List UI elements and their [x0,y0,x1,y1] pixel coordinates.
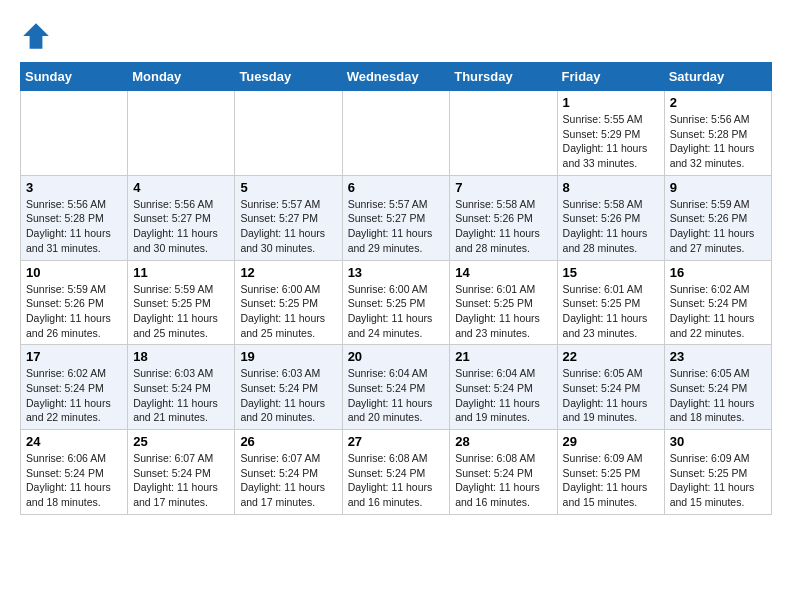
day-info: Sunrise: 5:56 AM Sunset: 5:28 PM Dayligh… [670,112,766,171]
calendar-cell: 21Sunrise: 6:04 AM Sunset: 5:24 PM Dayli… [450,345,557,430]
calendar-header: SundayMondayTuesdayWednesdayThursdayFrid… [21,63,772,91]
day-info: Sunrise: 6:00 AM Sunset: 5:25 PM Dayligh… [240,282,336,341]
day-number: 16 [670,265,766,280]
logo-icon [20,20,52,52]
day-number: 30 [670,434,766,449]
day-info: Sunrise: 6:01 AM Sunset: 5:25 PM Dayligh… [455,282,551,341]
day-info: Sunrise: 6:09 AM Sunset: 5:25 PM Dayligh… [670,451,766,510]
day-info: Sunrise: 6:01 AM Sunset: 5:25 PM Dayligh… [563,282,659,341]
day-number: 12 [240,265,336,280]
calendar-cell: 10Sunrise: 5:59 AM Sunset: 5:26 PM Dayli… [21,260,128,345]
day-info: Sunrise: 6:08 AM Sunset: 5:24 PM Dayligh… [348,451,445,510]
day-number: 10 [26,265,122,280]
day-info: Sunrise: 6:06 AM Sunset: 5:24 PM Dayligh… [26,451,122,510]
weekday-header: Saturday [664,63,771,91]
day-number: 15 [563,265,659,280]
day-info: Sunrise: 5:57 AM Sunset: 5:27 PM Dayligh… [348,197,445,256]
day-info: Sunrise: 5:59 AM Sunset: 5:26 PM Dayligh… [26,282,122,341]
weekday-header: Sunday [21,63,128,91]
day-info: Sunrise: 6:05 AM Sunset: 5:24 PM Dayligh… [670,366,766,425]
calendar-cell: 9Sunrise: 5:59 AM Sunset: 5:26 PM Daylig… [664,175,771,260]
day-number: 14 [455,265,551,280]
day-number: 5 [240,180,336,195]
weekday-header: Monday [128,63,235,91]
day-number: 27 [348,434,445,449]
calendar-cell [128,91,235,176]
day-number: 28 [455,434,551,449]
calendar-cell: 15Sunrise: 6:01 AM Sunset: 5:25 PM Dayli… [557,260,664,345]
calendar-cell: 14Sunrise: 6:01 AM Sunset: 5:25 PM Dayli… [450,260,557,345]
day-number: 13 [348,265,445,280]
day-info: Sunrise: 6:09 AM Sunset: 5:25 PM Dayligh… [563,451,659,510]
calendar-cell: 1Sunrise: 5:55 AM Sunset: 5:29 PM Daylig… [557,91,664,176]
day-info: Sunrise: 5:57 AM Sunset: 5:27 PM Dayligh… [240,197,336,256]
day-number: 8 [563,180,659,195]
day-number: 2 [670,95,766,110]
day-info: Sunrise: 5:58 AM Sunset: 5:26 PM Dayligh… [455,197,551,256]
day-info: Sunrise: 6:02 AM Sunset: 5:24 PM Dayligh… [26,366,122,425]
calendar-cell: 8Sunrise: 5:58 AM Sunset: 5:26 PM Daylig… [557,175,664,260]
calendar-cell: 12Sunrise: 6:00 AM Sunset: 5:25 PM Dayli… [235,260,342,345]
day-info: Sunrise: 6:03 AM Sunset: 5:24 PM Dayligh… [133,366,229,425]
day-info: Sunrise: 5:59 AM Sunset: 5:25 PM Dayligh… [133,282,229,341]
svg-marker-0 [23,23,49,49]
calendar-cell: 24Sunrise: 6:06 AM Sunset: 5:24 PM Dayli… [21,430,128,515]
day-info: Sunrise: 5:56 AM Sunset: 5:28 PM Dayligh… [26,197,122,256]
calendar-cell: 26Sunrise: 6:07 AM Sunset: 5:24 PM Dayli… [235,430,342,515]
calendar-week-row: 1Sunrise: 5:55 AM Sunset: 5:29 PM Daylig… [21,91,772,176]
day-info: Sunrise: 6:07 AM Sunset: 5:24 PM Dayligh… [133,451,229,510]
calendar-table: SundayMondayTuesdayWednesdayThursdayFrid… [20,62,772,515]
day-info: Sunrise: 6:07 AM Sunset: 5:24 PM Dayligh… [240,451,336,510]
calendar-cell: 13Sunrise: 6:00 AM Sunset: 5:25 PM Dayli… [342,260,450,345]
calendar-cell: 6Sunrise: 5:57 AM Sunset: 5:27 PM Daylig… [342,175,450,260]
calendar-cell: 28Sunrise: 6:08 AM Sunset: 5:24 PM Dayli… [450,430,557,515]
day-number: 4 [133,180,229,195]
calendar-cell: 29Sunrise: 6:09 AM Sunset: 5:25 PM Dayli… [557,430,664,515]
calendar-cell: 7Sunrise: 5:58 AM Sunset: 5:26 PM Daylig… [450,175,557,260]
day-number: 11 [133,265,229,280]
calendar-cell: 17Sunrise: 6:02 AM Sunset: 5:24 PM Dayli… [21,345,128,430]
day-info: Sunrise: 6:03 AM Sunset: 5:24 PM Dayligh… [240,366,336,425]
calendar-cell: 2Sunrise: 5:56 AM Sunset: 5:28 PM Daylig… [664,91,771,176]
calendar-cell: 4Sunrise: 5:56 AM Sunset: 5:27 PM Daylig… [128,175,235,260]
calendar-week-row: 17Sunrise: 6:02 AM Sunset: 5:24 PM Dayli… [21,345,772,430]
day-number: 23 [670,349,766,364]
calendar-week-row: 24Sunrise: 6:06 AM Sunset: 5:24 PM Dayli… [21,430,772,515]
weekday-header: Tuesday [235,63,342,91]
day-info: Sunrise: 6:00 AM Sunset: 5:25 PM Dayligh… [348,282,445,341]
day-number: 29 [563,434,659,449]
day-info: Sunrise: 6:04 AM Sunset: 5:24 PM Dayligh… [455,366,551,425]
day-number: 25 [133,434,229,449]
calendar-cell [235,91,342,176]
day-info: Sunrise: 5:55 AM Sunset: 5:29 PM Dayligh… [563,112,659,171]
day-info: Sunrise: 6:02 AM Sunset: 5:24 PM Dayligh… [670,282,766,341]
calendar-cell [450,91,557,176]
weekday-row: SundayMondayTuesdayWednesdayThursdayFrid… [21,63,772,91]
day-number: 6 [348,180,445,195]
day-number: 26 [240,434,336,449]
weekday-header: Thursday [450,63,557,91]
weekday-header: Friday [557,63,664,91]
calendar-cell: 22Sunrise: 6:05 AM Sunset: 5:24 PM Dayli… [557,345,664,430]
calendar-cell: 3Sunrise: 5:56 AM Sunset: 5:28 PM Daylig… [21,175,128,260]
day-number: 19 [240,349,336,364]
calendar-cell: 16Sunrise: 6:02 AM Sunset: 5:24 PM Dayli… [664,260,771,345]
day-number: 18 [133,349,229,364]
calendar-body: 1Sunrise: 5:55 AM Sunset: 5:29 PM Daylig… [21,91,772,515]
day-info: Sunrise: 5:56 AM Sunset: 5:27 PM Dayligh… [133,197,229,256]
day-number: 3 [26,180,122,195]
calendar-cell: 18Sunrise: 6:03 AM Sunset: 5:24 PM Dayli… [128,345,235,430]
calendar-cell [21,91,128,176]
calendar-cell: 27Sunrise: 6:08 AM Sunset: 5:24 PM Dayli… [342,430,450,515]
calendar-cell: 11Sunrise: 5:59 AM Sunset: 5:25 PM Dayli… [128,260,235,345]
day-number: 24 [26,434,122,449]
day-number: 17 [26,349,122,364]
calendar-cell: 5Sunrise: 5:57 AM Sunset: 5:27 PM Daylig… [235,175,342,260]
day-number: 9 [670,180,766,195]
calendar-cell: 23Sunrise: 6:05 AM Sunset: 5:24 PM Dayli… [664,345,771,430]
calendar-cell [342,91,450,176]
page-header [20,20,772,52]
calendar-cell: 19Sunrise: 6:03 AM Sunset: 5:24 PM Dayli… [235,345,342,430]
day-info: Sunrise: 5:59 AM Sunset: 5:26 PM Dayligh… [670,197,766,256]
day-number: 7 [455,180,551,195]
